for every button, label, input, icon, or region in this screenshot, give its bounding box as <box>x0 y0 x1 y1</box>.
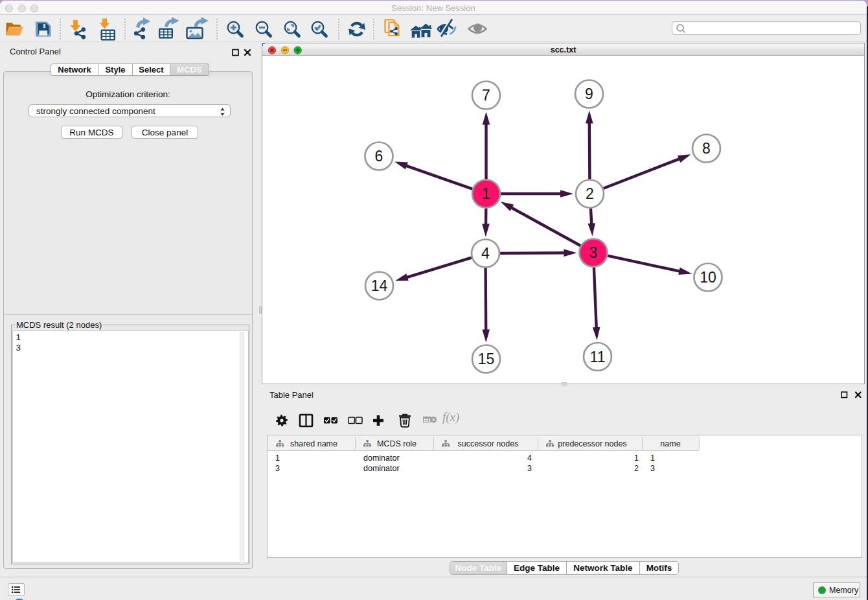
svg-text:14: 14 <box>371 277 388 294</box>
svg-text:15: 15 <box>478 351 495 367</box>
svg-text:8: 8 <box>702 140 711 157</box>
svg-text:7: 7 <box>482 87 490 104</box>
svg-text:2: 2 <box>586 185 594 202</box>
svg-text:4: 4 <box>481 245 490 262</box>
svg-text:10: 10 <box>700 269 716 286</box>
svg-text:1: 1 <box>482 185 490 202</box>
svg-text:6: 6 <box>375 148 383 165</box>
svg-text:3: 3 <box>589 244 598 261</box>
svg-text:11: 11 <box>590 349 606 365</box>
svg-text:9: 9 <box>585 86 593 102</box>
